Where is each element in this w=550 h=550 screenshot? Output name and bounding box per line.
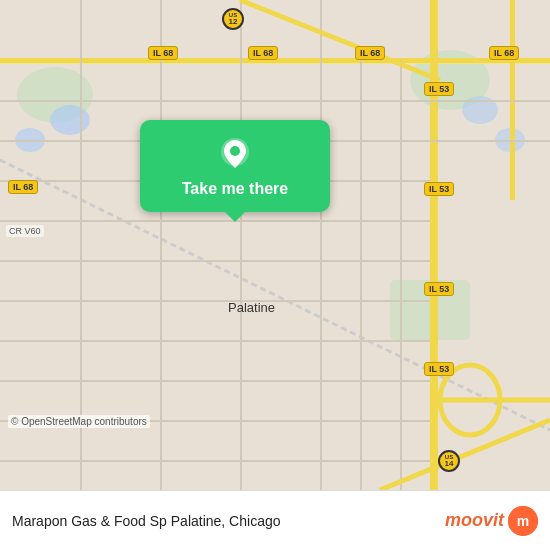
svg-rect-26: [320, 0, 322, 490]
il53-badge-1: IL 53: [424, 82, 454, 96]
svg-rect-16: [0, 220, 430, 222]
svg-text:m: m: [517, 513, 529, 529]
il53-badge-4: IL 53: [424, 362, 454, 376]
map-attribution: © OpenStreetMap contributors: [8, 415, 150, 428]
take-me-there-label: Take me there: [182, 180, 288, 198]
svg-rect-22: [0, 460, 430, 462]
svg-rect-28: [400, 60, 402, 490]
svg-point-2: [50, 105, 90, 135]
map-view: Palatine US 12 IL 68 IL 68 IL 68 IL 68 I…: [0, 0, 550, 490]
svg-rect-27: [360, 60, 362, 490]
il53-badge-3: IL 53: [424, 282, 454, 296]
il68-badge-4: IL 68: [489, 46, 519, 60]
moovit-logo[interactable]: moovit m: [445, 506, 538, 536]
place-name: Marapon Gas & Food Sp Palatine, Chicago: [12, 513, 281, 529]
us12-badge: US 12: [222, 8, 244, 30]
svg-rect-25: [240, 0, 242, 490]
city-label: Palatine: [228, 300, 275, 315]
svg-rect-24: [160, 0, 162, 490]
svg-rect-19: [0, 340, 430, 342]
moovit-icon: m: [508, 506, 538, 536]
svg-point-34: [230, 146, 240, 156]
moovit-brand-text: moovit: [445, 510, 504, 531]
il68-badge-1: IL 68: [148, 46, 178, 60]
il53-badge-2: IL 53: [424, 182, 454, 196]
svg-rect-20: [0, 380, 430, 382]
take-me-there-popup[interactable]: Take me there: [140, 120, 330, 212]
il68-badge-3: IL 68: [355, 46, 385, 60]
il68-badge-2: IL 68: [248, 46, 278, 60]
svg-rect-17: [0, 260, 430, 262]
svg-rect-13: [0, 100, 550, 102]
crv60-label: CR V60: [6, 225, 44, 237]
map-pin-icon: [217, 136, 253, 172]
info-bar: Marapon Gas & Food Sp Palatine, Chicago …: [0, 490, 550, 550]
svg-rect-18: [0, 300, 430, 302]
svg-rect-11: [430, 0, 438, 490]
il68-left-badge: IL 68: [8, 180, 38, 194]
us14-badge: US 14: [438, 450, 460, 472]
